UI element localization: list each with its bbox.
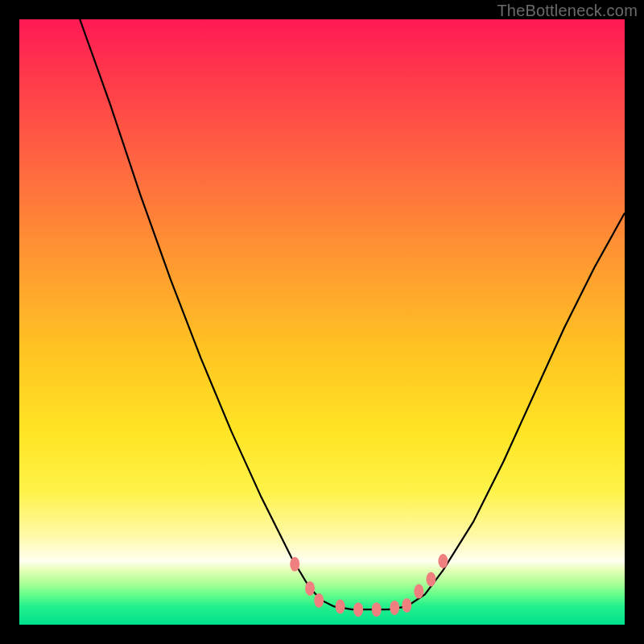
transition-dot	[314, 593, 324, 608]
transition-dot	[390, 601, 399, 615]
curve-left-branch	[80, 19, 334, 606]
transition-dots-group	[290, 554, 448, 617]
transition-dot	[305, 581, 315, 596]
curve-layer	[19, 19, 625, 625]
transition-dot	[372, 602, 382, 617]
transition-dot	[290, 557, 299, 572]
transition-dot	[336, 599, 345, 613]
watermark-label: TheBottleneck.com	[497, 2, 638, 20]
transition-dot	[414, 584, 423, 599]
chart-frame: TheBottleneck.com	[0, 0, 644, 644]
transition-dot	[402, 598, 411, 613]
curve-right-branch	[407, 213, 625, 607]
transition-dot	[426, 572, 436, 587]
plot-gradient-area	[19, 19, 625, 625]
transition-dot	[353, 602, 363, 617]
transition-dot	[438, 554, 448, 568]
